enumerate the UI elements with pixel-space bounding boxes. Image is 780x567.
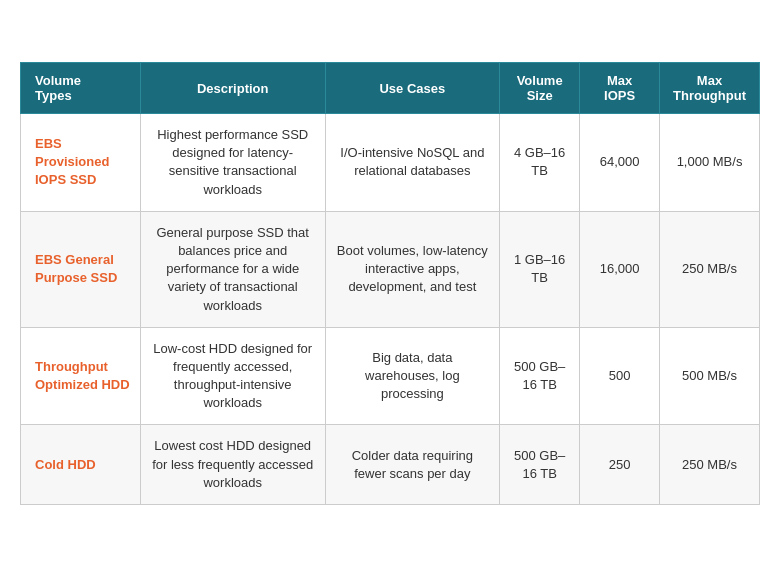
- cell-description: Highest performance SSD designed for lat…: [140, 114, 325, 212]
- cell-description: General purpose SSD that balances price …: [140, 211, 325, 327]
- cell-volume-type: Throughput Optimized HDD: [21, 327, 141, 425]
- table-row: Throughput Optimized HDDLow-cost HDD des…: [21, 327, 760, 425]
- cell-description: Lowest cost HDD designed for less freque…: [140, 425, 325, 505]
- cell-max-throughput: 500 MB/s: [660, 327, 760, 425]
- header-description: Description: [140, 63, 325, 114]
- header-use-cases: Use Cases: [325, 63, 500, 114]
- table-row: EBS Provisioned IOPS SSDHighest performa…: [21, 114, 760, 212]
- cell-max-throughput: 1,000 MB/s: [660, 114, 760, 212]
- ebs-comparison-table: Volume Types Description Use Cases Volum…: [20, 62, 760, 505]
- cell-use-cases: Colder data requiring fewer scans per da…: [325, 425, 500, 505]
- header-max-iops: Max IOPS: [580, 63, 660, 114]
- cell-volume-size: 500 GB–16 TB: [500, 425, 580, 505]
- header-volume-size: Volume Size: [500, 63, 580, 114]
- cell-volume-size: 500 GB–16 TB: [500, 327, 580, 425]
- cell-max-throughput: 250 MB/s: [660, 425, 760, 505]
- cell-use-cases: I/O-intensive NoSQL and relational datab…: [325, 114, 500, 212]
- cell-use-cases: Big data, data warehouses, log processin…: [325, 327, 500, 425]
- cell-volume-size: 4 GB–16 TB: [500, 114, 580, 212]
- cell-max-iops: 64,000: [580, 114, 660, 212]
- cell-volume-type: Cold HDD: [21, 425, 141, 505]
- table-row: EBS General Purpose SSDGeneral purpose S…: [21, 211, 760, 327]
- cell-max-iops: 16,000: [580, 211, 660, 327]
- cell-use-cases: Boot volumes, low-latency interactive ap…: [325, 211, 500, 327]
- cell-max-iops: 250: [580, 425, 660, 505]
- cell-volume-type: EBS General Purpose SSD: [21, 211, 141, 327]
- header-max-throughput: Max Throughput: [660, 63, 760, 114]
- cell-max-throughput: 250 MB/s: [660, 211, 760, 327]
- cell-volume-type: EBS Provisioned IOPS SSD: [21, 114, 141, 212]
- header-volume-types: Volume Types: [21, 63, 141, 114]
- cell-max-iops: 500: [580, 327, 660, 425]
- table-row: Cold HDDLowest cost HDD designed for les…: [21, 425, 760, 505]
- cell-description: Low-cost HDD designed for frequently acc…: [140, 327, 325, 425]
- cell-volume-size: 1 GB–16 TB: [500, 211, 580, 327]
